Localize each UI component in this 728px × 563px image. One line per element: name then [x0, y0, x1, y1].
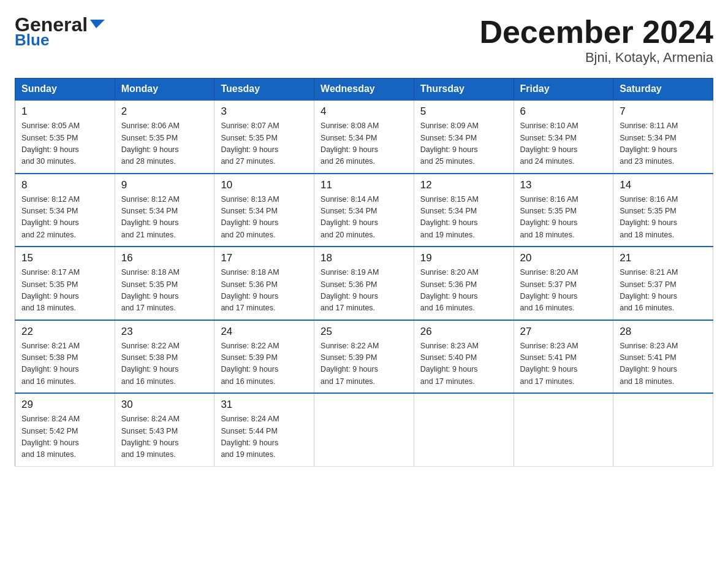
week-row-4: 22Sunrise: 8:21 AMSunset: 5:38 PMDayligh… [15, 320, 713, 394]
day-number: 22 [21, 326, 108, 338]
day-number: 17 [221, 252, 308, 264]
day-info: Sunrise: 8:15 AMSunset: 5:34 PMDaylight:… [420, 194, 507, 242]
calendar-cell: 11Sunrise: 8:14 AMSunset: 5:34 PMDayligh… [314, 174, 414, 247]
weekday-header-row: SundayMondayTuesdayWednesdayThursdayFrid… [15, 79, 713, 101]
weekday-header-thursday: Thursday [414, 79, 514, 101]
calendar-cell: 6Sunrise: 8:10 AMSunset: 5:34 PMDaylight… [514, 100, 613, 174]
day-info: Sunrise: 8:12 AMSunset: 5:34 PMDaylight:… [21, 194, 108, 242]
day-info: Sunrise: 8:10 AMSunset: 5:34 PMDaylight:… [520, 120, 607, 168]
calendar-cell: 23Sunrise: 8:22 AMSunset: 5:38 PMDayligh… [115, 320, 214, 394]
day-number: 31 [221, 399, 308, 411]
calendar-cell: 31Sunrise: 8:24 AMSunset: 5:44 PMDayligh… [214, 393, 314, 466]
calendar-cell: 21Sunrise: 8:21 AMSunset: 5:37 PMDayligh… [613, 247, 713, 320]
day-number: 14 [620, 179, 707, 191]
day-info: Sunrise: 8:22 AMSunset: 5:39 PMDaylight:… [221, 340, 308, 388]
calendar-cell: 17Sunrise: 8:18 AMSunset: 5:36 PMDayligh… [214, 247, 314, 320]
day-info: Sunrise: 8:23 AMSunset: 5:41 PMDaylight:… [520, 340, 607, 388]
day-info: Sunrise: 8:08 AMSunset: 5:34 PMDaylight:… [320, 120, 408, 168]
day-info: Sunrise: 8:22 AMSunset: 5:39 PMDaylight:… [320, 340, 408, 388]
day-number: 23 [121, 326, 208, 338]
page-header: General Blue December 2024 Bjni, Kotayk,… [15, 15, 713, 66]
week-row-2: 8Sunrise: 8:12 AMSunset: 5:34 PMDaylight… [15, 174, 713, 247]
calendar-cell: 16Sunrise: 8:18 AMSunset: 5:35 PMDayligh… [115, 247, 214, 320]
day-number: 28 [620, 326, 707, 338]
day-number: 25 [320, 326, 408, 338]
calendar-cell: 13Sunrise: 8:16 AMSunset: 5:35 PMDayligh… [514, 174, 613, 247]
day-info: Sunrise: 8:24 AMSunset: 5:43 PMDaylight:… [121, 413, 208, 461]
calendar-cell: 22Sunrise: 8:21 AMSunset: 5:38 PMDayligh… [15, 320, 115, 394]
day-info: Sunrise: 8:18 AMSunset: 5:36 PMDaylight:… [221, 267, 308, 315]
calendar-cell: 10Sunrise: 8:13 AMSunset: 5:34 PMDayligh… [214, 174, 314, 247]
day-info: Sunrise: 8:09 AMSunset: 5:34 PMDaylight:… [420, 120, 507, 168]
month-title: December 2024 [479, 15, 713, 50]
day-number: 18 [320, 252, 408, 264]
calendar-cell: 28Sunrise: 8:23 AMSunset: 5:41 PMDayligh… [613, 320, 713, 394]
day-info: Sunrise: 8:21 AMSunset: 5:37 PMDaylight:… [620, 267, 707, 315]
calendar-cell: 20Sunrise: 8:20 AMSunset: 5:37 PMDayligh… [514, 247, 613, 320]
day-info: Sunrise: 8:21 AMSunset: 5:38 PMDaylight:… [21, 340, 108, 388]
calendar-cell: 26Sunrise: 8:23 AMSunset: 5:40 PMDayligh… [414, 320, 514, 394]
day-info: Sunrise: 8:18 AMSunset: 5:35 PMDaylight:… [121, 267, 208, 315]
day-number: 7 [620, 105, 707, 118]
calendar-cell: 18Sunrise: 8:19 AMSunset: 5:36 PMDayligh… [314, 247, 414, 320]
day-number: 19 [420, 252, 507, 264]
day-number: 5 [420, 105, 507, 118]
day-number: 24 [221, 326, 308, 338]
week-row-1: 1Sunrise: 8:05 AMSunset: 5:35 PMDaylight… [15, 100, 713, 174]
calendar-cell: 14Sunrise: 8:16 AMSunset: 5:35 PMDayligh… [613, 174, 713, 247]
day-info: Sunrise: 8:16 AMSunset: 5:35 PMDaylight:… [520, 194, 607, 242]
calendar-cell [314, 393, 414, 466]
day-info: Sunrise: 8:05 AMSunset: 5:35 PMDaylight:… [21, 120, 108, 168]
day-info: Sunrise: 8:14 AMSunset: 5:34 PMDaylight:… [320, 194, 408, 242]
day-info: Sunrise: 8:24 AMSunset: 5:42 PMDaylight:… [21, 413, 108, 461]
day-number: 4 [320, 105, 408, 118]
calendar-cell: 24Sunrise: 8:22 AMSunset: 5:39 PMDayligh… [214, 320, 314, 394]
calendar-cell: 30Sunrise: 8:24 AMSunset: 5:43 PMDayligh… [115, 393, 214, 466]
day-number: 27 [520, 326, 607, 338]
location: Bjni, Kotayk, Armenia [479, 50, 713, 66]
week-row-3: 15Sunrise: 8:17 AMSunset: 5:35 PMDayligh… [15, 247, 713, 320]
calendar-cell: 27Sunrise: 8:23 AMSunset: 5:41 PMDayligh… [514, 320, 613, 394]
day-number: 29 [21, 399, 108, 411]
day-number: 26 [420, 326, 507, 338]
calendar-cell: 3Sunrise: 8:07 AMSunset: 5:35 PMDaylight… [214, 100, 314, 174]
day-number: 12 [420, 179, 507, 191]
weekday-header-wednesday: Wednesday [314, 79, 414, 101]
weekday-header-sunday: Sunday [15, 79, 115, 101]
calendar-cell: 9Sunrise: 8:12 AMSunset: 5:34 PMDaylight… [115, 174, 214, 247]
day-info: Sunrise: 8:22 AMSunset: 5:38 PMDaylight:… [121, 340, 208, 388]
weekday-header-saturday: Saturday [613, 79, 713, 101]
logo: General Blue [15, 15, 105, 48]
day-info: Sunrise: 8:06 AMSunset: 5:35 PMDaylight:… [121, 120, 208, 168]
weekday-header-friday: Friday [514, 79, 613, 101]
calendar-cell: 4Sunrise: 8:08 AMSunset: 5:34 PMDaylight… [314, 100, 414, 174]
day-info: Sunrise: 8:23 AMSunset: 5:40 PMDaylight:… [420, 340, 507, 388]
day-info: Sunrise: 8:23 AMSunset: 5:41 PMDaylight:… [620, 340, 707, 388]
day-number: 6 [520, 105, 607, 118]
day-info: Sunrise: 8:07 AMSunset: 5:35 PMDaylight:… [221, 120, 308, 168]
calendar-cell: 1Sunrise: 8:05 AMSunset: 5:35 PMDaylight… [15, 100, 115, 174]
day-number: 16 [121, 252, 208, 264]
day-number: 21 [620, 252, 707, 264]
day-info: Sunrise: 8:19 AMSunset: 5:36 PMDaylight:… [320, 267, 408, 315]
calendar-cell: 12Sunrise: 8:15 AMSunset: 5:34 PMDayligh… [414, 174, 514, 247]
calendar-cell: 19Sunrise: 8:20 AMSunset: 5:36 PMDayligh… [414, 247, 514, 320]
calendar-cell [414, 393, 514, 466]
day-number: 11 [320, 179, 408, 191]
calendar-cell: 7Sunrise: 8:11 AMSunset: 5:34 PMDaylight… [613, 100, 713, 174]
day-info: Sunrise: 8:12 AMSunset: 5:34 PMDaylight:… [121, 194, 208, 242]
day-info: Sunrise: 8:11 AMSunset: 5:34 PMDaylight:… [620, 120, 707, 168]
calendar-cell: 8Sunrise: 8:12 AMSunset: 5:34 PMDaylight… [15, 174, 115, 247]
week-row-5: 29Sunrise: 8:24 AMSunset: 5:42 PMDayligh… [15, 393, 713, 466]
day-info: Sunrise: 8:20 AMSunset: 5:37 PMDaylight:… [520, 267, 607, 315]
calendar-cell: 29Sunrise: 8:24 AMSunset: 5:42 PMDayligh… [15, 393, 115, 466]
title-block: December 2024 Bjni, Kotayk, Armenia [479, 15, 713, 66]
day-number: 3 [221, 105, 308, 118]
calendar-table: SundayMondayTuesdayWednesdayThursdayFrid… [15, 78, 713, 467]
day-info: Sunrise: 8:24 AMSunset: 5:44 PMDaylight:… [221, 413, 308, 461]
day-number: 8 [21, 179, 108, 191]
calendar-cell [514, 393, 613, 466]
day-number: 13 [520, 179, 607, 191]
calendar-cell: 2Sunrise: 8:06 AMSunset: 5:35 PMDaylight… [115, 100, 214, 174]
weekday-header-monday: Monday [115, 79, 214, 101]
